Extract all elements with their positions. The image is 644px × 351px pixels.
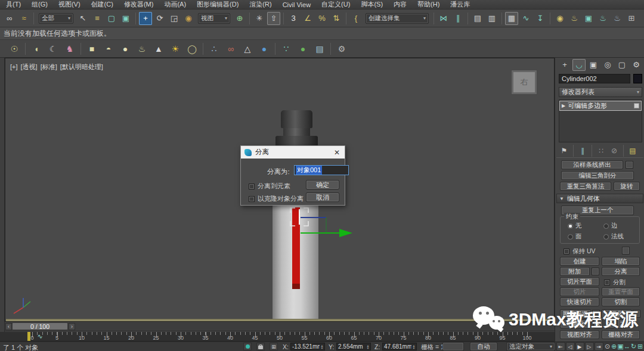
preserve-uv-checkbox[interactable]: 保持 UV	[564, 247, 596, 256]
hemisphere-primitive-icon[interactable]: ◓	[101, 42, 116, 55]
modifier-stack[interactable]: ▶ 可编辑多边形	[559, 100, 642, 142]
tab-motion[interactable]: ◎	[601, 59, 614, 71]
go-to-start-button[interactable]: ⇤	[556, 342, 565, 351]
atom-icon[interactable]: ∵	[278, 42, 294, 55]
constraint-normal-radio[interactable]: 法线	[603, 232, 624, 241]
menu-item[interactable]: 内容	[388, 0, 412, 9]
detach-name-input[interactable]: 对象001	[294, 165, 349, 175]
menu-item[interactable]: 创建(C)	[86, 0, 119, 9]
configure-modifier-sets-icon[interactable]: ▤	[627, 145, 639, 156]
checkbox-box[interactable]	[564, 249, 569, 254]
zoom-region-icon[interactable]: ▣	[617, 342, 624, 351]
extrude-along-spline-settings-button[interactable]	[626, 161, 633, 169]
constraint-face-radio[interactable]: 面	[568, 232, 582, 241]
radio-icon[interactable]	[568, 234, 573, 240]
slice-plane-button[interactable]: 切片平面	[560, 277, 599, 286]
angle-snap-icon[interactable]: ∠	[301, 12, 314, 25]
set-key-button[interactable]	[442, 342, 464, 351]
menu-item[interactable]: 修改器(M)	[119, 0, 159, 9]
frame-ruler[interactable]: 0510152025303540455055606570758085909510…	[32, 332, 530, 341]
cancel-button[interactable]: 取消	[306, 192, 339, 202]
scene-explorer-icon[interactable]: ▤	[471, 12, 484, 25]
stack-item-toggle-icon[interactable]	[634, 103, 639, 108]
select-and-manipulate-icon[interactable]: ✳	[253, 12, 266, 25]
orbit-icon[interactable]: ↻	[630, 342, 637, 351]
select-object-icon[interactable]: ↖	[76, 12, 89, 25]
teapot-primitive-icon[interactable]: ♨	[134, 42, 150, 55]
go-to-end-button[interactable]: ⇥	[595, 342, 603, 351]
spinner-snap-icon[interactable]: ⇅	[330, 12, 343, 25]
menu-item[interactable]: 动画(A)	[159, 0, 191, 9]
light-bulb-icon[interactable]: ☉	[7, 42, 22, 55]
edit-geometry-rollout-header[interactable]: ▼ 编辑几何体	[556, 194, 643, 203]
object-color-swatch[interactable]	[633, 74, 642, 83]
menu-item[interactable]: 图形编辑器(D)	[191, 0, 244, 9]
collapse-button[interactable]: 塌陷	[602, 257, 640, 266]
select-and-place-icon[interactable]: ◉	[182, 12, 195, 25]
rain-particles-icon[interactable]: ∴	[206, 42, 222, 55]
zoom-extents-icon[interactable]: ⊕	[611, 342, 617, 351]
viewport-pov-label[interactable]: [透视]	[21, 63, 38, 70]
viewport-style-label[interactable]: [标准]	[41, 63, 57, 70]
select-by-name-icon[interactable]: ≡	[91, 12, 104, 25]
flamingo-icon[interactable]: ♞	[62, 42, 78, 55]
isolate-selection-toggle[interactable]	[243, 343, 252, 350]
z-coord-field[interactable]: 47.681mm▲▼	[382, 343, 417, 350]
tab-hierarchy[interactable]: ▣	[587, 59, 600, 71]
modifier-list-dropdown[interactable]: 修改器列表 ▾	[559, 87, 642, 97]
select-and-rotate-icon[interactable]: ⟳	[153, 12, 166, 25]
keyboard-shortcut-override-icon[interactable]: ⇧	[267, 12, 280, 25]
select-and-scale-icon[interactable]: ◲	[168, 12, 181, 25]
auto-key-button[interactable]: 自动	[470, 342, 497, 351]
time-slider[interactable]: ‹ 0 / 100 ›	[5, 322, 555, 331]
tab-utilities[interactable]: ⚙	[630, 59, 643, 71]
selection-region-icon[interactable]: ▢	[105, 12, 118, 25]
box-primitive-icon[interactable]: ■	[84, 42, 100, 55]
cone-primitive-icon[interactable]: ▲	[151, 42, 166, 55]
menu-item[interactable]: 视图(V)	[53, 0, 86, 9]
stack-item-editable-poly[interactable]: ▶ 可编辑多边形	[560, 101, 641, 110]
radio-icon[interactable]	[603, 223, 609, 229]
sphere-primitive-icon[interactable]: ●	[117, 42, 133, 55]
expand-arrow-icon[interactable]: ▶	[562, 103, 565, 108]
menu-item[interactable]: Civil View	[277, 1, 316, 8]
percent-snap-icon[interactable]: %	[315, 12, 329, 25]
green-sphere-icon[interactable]: ●	[295, 42, 311, 55]
retriangulate-button[interactable]: 重复三角算法	[560, 182, 611, 191]
open-autodesk-app-icon[interactable]: ⊞	[625, 12, 638, 25]
menu-item[interactable]: 潘云库	[445, 0, 475, 9]
spray-particles-icon[interactable]: ∞	[223, 42, 239, 55]
next-frame-button[interactable]: ▷	[585, 342, 594, 351]
viewport-shading-label[interactable]: [默认明暗处理]	[60, 63, 103, 70]
ok-button[interactable]: 确定	[306, 180, 339, 190]
menu-item[interactable]: 脚本(S)	[355, 0, 388, 9]
menu-item[interactable]: 组(G)	[26, 0, 53, 9]
viewport-menu-plus[interactable]: [+]	[10, 63, 18, 70]
skylight-icon[interactable]: ☾	[45, 42, 61, 55]
reference-coordinate-dropdown[interactable]: 视图▾	[198, 13, 230, 24]
layer-manager-icon[interactable]: ▥	[485, 12, 499, 25]
constraint-none-radio[interactable]: 无	[568, 222, 582, 230]
schematic-view-icon[interactable]: ↧	[534, 12, 547, 25]
render-setup-icon[interactable]: ♨	[568, 12, 581, 25]
select-and-move-icon[interactable]: +	[139, 12, 152, 25]
selection-lock-icon[interactable]	[256, 343, 265, 350]
menu-item[interactable]: 渲染(R)	[244, 0, 277, 9]
previous-frame-arrow[interactable]: ‹	[5, 323, 12, 330]
sun-icon[interactable]: ☀	[168, 42, 183, 55]
stack-icon[interactable]: ▤	[312, 42, 327, 55]
dialog-title-bar[interactable]: 分离 ✕	[241, 146, 345, 159]
spinner-icon[interactable]: ▲▼	[411, 344, 416, 349]
tube-primitive-icon[interactable]: ◯	[184, 42, 200, 55]
viewcube-face[interactable]: 右	[513, 72, 535, 92]
x-coord-field[interactable]: -13.521mm▲▼	[290, 343, 325, 350]
checkbox-box[interactable]	[604, 279, 610, 285]
time-slider-handle[interactable]: 0 / 100	[12, 322, 68, 330]
target-light-icon[interactable]: ◖	[29, 42, 44, 55]
gear-icon[interactable]: ⚙	[334, 42, 349, 55]
snap-toggle-3d-icon[interactable]: 3	[287, 12, 300, 25]
remove-modifier-icon[interactable]: ⊘	[608, 145, 620, 156]
tab-create[interactable]: +	[558, 59, 571, 71]
align-icon[interactable]: ∥	[451, 12, 465, 25]
object-name-field[interactable]: Cylinder002	[559, 74, 630, 83]
